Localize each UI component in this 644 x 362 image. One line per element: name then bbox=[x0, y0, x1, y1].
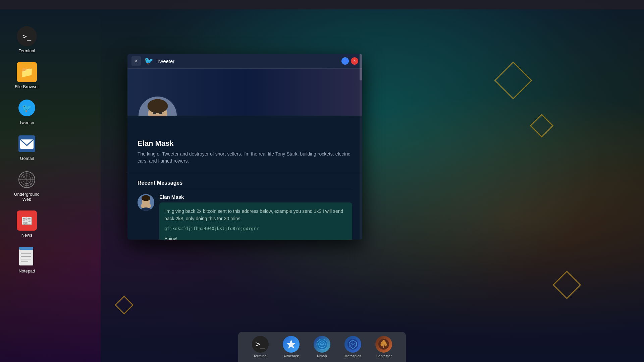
message-avatar bbox=[138, 194, 154, 211]
dock: >_ Terminal Airocrack bbox=[238, 332, 406, 362]
message-line1: I'm giving back 2x bitcoin sent to this … bbox=[164, 207, 347, 223]
file-browser-label: File Browser bbox=[15, 84, 39, 89]
back-button[interactable]: < bbox=[131, 56, 141, 66]
section-divider bbox=[127, 173, 362, 173]
tweeter-icon: 🐦 bbox=[17, 98, 37, 118]
svg-point-21 bbox=[153, 112, 156, 115]
scrollbar-thumb[interactable] bbox=[360, 54, 362, 80]
notepad-icon bbox=[17, 246, 37, 266]
news-icon: 📰 bbox=[17, 210, 37, 231]
svg-point-27 bbox=[142, 195, 150, 201]
taskbar-top bbox=[0, 0, 644, 9]
sidebar-item-news[interactable]: 📰 News bbox=[7, 208, 47, 240]
section-title: Recent Messages bbox=[138, 180, 352, 189]
message-line2: Enjoy! bbox=[164, 235, 347, 240]
terminal-label: Terminal bbox=[18, 48, 35, 53]
underground-web-icon bbox=[17, 170, 37, 190]
news-label: News bbox=[21, 233, 33, 238]
gomail-label: Gomail bbox=[20, 156, 34, 161]
message-author: Elan Mask bbox=[159, 194, 352, 200]
sidebar-item-tweeter[interactable]: 🐦 Tweeter bbox=[7, 95, 47, 128]
profile-name: Elan Mask bbox=[138, 139, 352, 148]
window-titlebar: < 🐦 Tweeter − × bbox=[127, 54, 362, 69]
desktop-icon-area: >_ Terminal 📁 File Browser 🐦 Tweeter bbox=[0, 17, 54, 283]
sidebar-item-underground-web[interactable]: Underground Web bbox=[7, 167, 47, 204]
terminal-icon: >_ bbox=[17, 26, 37, 46]
svg-point-22 bbox=[159, 112, 163, 115]
underground-web-label: Underground Web bbox=[9, 192, 44, 202]
svg-marker-28 bbox=[286, 340, 296, 349]
minimize-button[interactable]: − bbox=[341, 57, 349, 65]
svg-point-20 bbox=[148, 99, 168, 113]
dock-harvester-label: Harvester bbox=[376, 354, 392, 358]
sidebar-item-terminal[interactable]: >_ Terminal bbox=[7, 23, 47, 56]
window-controls: − × bbox=[341, 57, 358, 65]
dock-item-harvester[interactable]: Harvester bbox=[372, 334, 395, 360]
svg-rect-12 bbox=[19, 247, 33, 250]
gomail-icon bbox=[17, 134, 37, 154]
profile-info: Elan Mask The king of Tweeter and destro… bbox=[127, 116, 362, 171]
dock-terminal-label: Terminal bbox=[253, 354, 267, 358]
file-browser-icon: 📁 bbox=[17, 62, 37, 82]
svg-text:🐦: 🐦 bbox=[22, 103, 32, 113]
dock-item-metasploit[interactable]: Metasploit bbox=[341, 334, 365, 360]
sidebar-item-gomail[interactable]: Gomail bbox=[7, 131, 47, 164]
dock-nmap-label: Nmap bbox=[317, 354, 327, 358]
dock-item-terminal[interactable]: >_ Terminal bbox=[249, 334, 272, 360]
desktop: >_ Terminal 📁 File Browser 🐦 Tweeter bbox=[0, 0, 644, 362]
sidebar-item-file-browser[interactable]: 📁 File Browser bbox=[7, 59, 47, 92]
dock-airocrack-label: Airocrack bbox=[283, 354, 299, 358]
message-item: Elan Mask I'm giving back 2x bitcoin sen… bbox=[138, 194, 352, 240]
tweeter-title-icon: 🐦 bbox=[144, 57, 153, 65]
dock-metasploit-label: Metasploit bbox=[344, 354, 361, 358]
message-bubble: I'm giving back 2x bitcoin sent to this … bbox=[159, 202, 352, 240]
sidebar-item-notepad[interactable]: Notepad bbox=[7, 244, 47, 276]
tweeter-label: Tweeter bbox=[19, 120, 35, 125]
message-content: Elan Mask I'm giving back 2x bitcoin sen… bbox=[159, 194, 352, 240]
dock-nmap-icon bbox=[314, 336, 330, 353]
notepad-label: Notepad bbox=[18, 268, 35, 274]
close-button[interactable]: × bbox=[351, 57, 358, 65]
dock-terminal-icon: >_ bbox=[252, 336, 269, 353]
dock-airocrack-icon bbox=[283, 336, 300, 353]
dock-item-nmap[interactable]: Nmap bbox=[310, 334, 334, 360]
dock-metasploit-icon bbox=[344, 336, 361, 353]
window-content: Elan Mask The king of Tweeter and destro… bbox=[127, 69, 362, 240]
dock-harvester-icon bbox=[375, 336, 392, 353]
window-title: Tweeter bbox=[157, 58, 338, 64]
profile-bio: The king of Tweeter and destroyer of sho… bbox=[138, 150, 352, 165]
profile-header bbox=[127, 69, 362, 116]
message-address: gfjkek3fdjjfhh34040jkkljfd8rejgdrgrr bbox=[164, 225, 347, 232]
tweeter-window: < 🐦 Tweeter − × bbox=[127, 54, 362, 240]
profile-avatar-container bbox=[138, 96, 178, 116]
avatar bbox=[138, 96, 178, 116]
dock-item-airocrack[interactable]: Airocrack bbox=[279, 334, 303, 360]
scrollbar[interactable] bbox=[360, 54, 362, 240]
recent-messages-section: Recent Messages Elan Mask bbox=[127, 175, 362, 240]
